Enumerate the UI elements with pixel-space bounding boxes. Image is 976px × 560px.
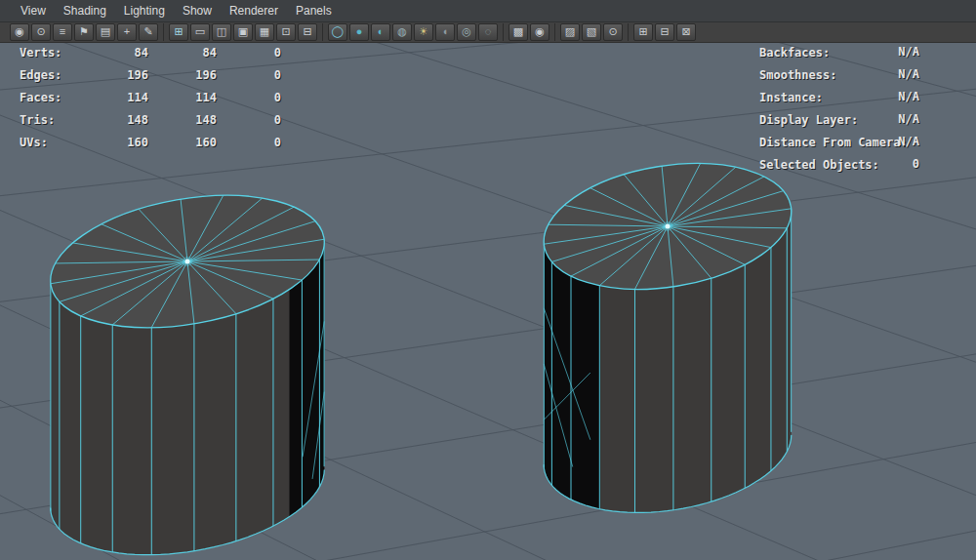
viewport-canvas[interactable] <box>0 43 976 560</box>
gate-mask-icon[interactable]: ▣ <box>233 23 253 41</box>
film-gate-icon[interactable]: ▭ <box>190 23 210 41</box>
select-camera-icon[interactable]: ◉ <box>10 23 29 41</box>
menu-lighting[interactable]: Lighting <box>115 2 174 20</box>
wireframe-icon[interactable]: ◯ <box>328 23 347 41</box>
grid-icon[interactable]: ⊞ <box>169 23 188 41</box>
ambient-occlusion-icon[interactable]: ◎ <box>457 23 476 41</box>
toolbar-group: ◯●◐◍☀◖◎◌ <box>328 23 504 41</box>
camera-attributes-icon[interactable]: ≡ <box>53 23 72 41</box>
image-plane-icon[interactable]: ▤ <box>96 23 115 41</box>
paste-special-view-icon[interactable]: ⊠ <box>676 23 696 41</box>
toolbar-group: ◉⊙≡⚑▤+✎ <box>10 23 164 41</box>
menu-panels[interactable]: Panels <box>287 2 341 20</box>
toolbar-group: ▨▧⊙ <box>560 23 629 41</box>
material-icon[interactable]: ◍ <box>392 23 412 41</box>
copy-view-icon[interactable]: ⊞ <box>633 23 653 41</box>
smooth-shade-icon[interactable]: ● <box>349 23 369 41</box>
maya-viewport-panel: View Shading Lighting Show Renderer Pane… <box>0 0 976 560</box>
toolbar-group: ▩◉ <box>508 23 555 41</box>
multisample-icon[interactable]: ▩ <box>508 23 528 41</box>
lock-camera-icon[interactable]: ⊙ <box>31 23 51 41</box>
panel-menubar: View Shading Lighting Show Renderer Pane… <box>0 0 976 22</box>
depth-of-field-icon[interactable]: ◉ <box>530 23 549 41</box>
menu-renderer[interactable]: Renderer <box>221 2 287 20</box>
use-all-lights-icon[interactable]: ☀ <box>414 23 433 41</box>
motion-blur-icon[interactable]: ◌ <box>478 23 498 41</box>
safe-action-icon[interactable]: ⊡ <box>276 23 296 41</box>
shadows-icon[interactable]: ◖ <box>435 23 455 41</box>
safe-title-icon[interactable]: ⊟ <box>298 23 317 41</box>
grease-pencil-icon[interactable]: ✎ <box>139 23 158 41</box>
toolbar-group: ⊞⊟⊠ <box>633 23 701 41</box>
resolution-gate-icon[interactable]: ◫ <box>212 23 231 41</box>
menu-view[interactable]: View <box>12 2 55 20</box>
xray-icon[interactable]: ▨ <box>560 23 580 41</box>
bookmark-icon[interactable]: ⚑ <box>74 23 94 41</box>
toolbar-group: ⊞▭◫▣▦⊡⊟ <box>169 23 323 41</box>
viewport[interactable]: Verts:84840Edges:1961960Faces:1141140Tri… <box>0 43 976 560</box>
panel-toolbar: ◉⊙≡⚑▤+✎⊞▭◫▣▦⊡⊟◯●◐◍☀◖◎◌▩◉▨▧⊙⊞⊟⊠ <box>0 22 976 43</box>
menu-shading[interactable]: Shading <box>55 2 115 20</box>
menu-show[interactable]: Show <box>174 2 221 20</box>
textured-icon[interactable]: ◐ <box>371 23 390 41</box>
field-chart-icon[interactable]: ▦ <box>255 23 274 41</box>
isolate-select-icon[interactable]: ⊙ <box>603 23 623 41</box>
xray-joints-icon[interactable]: ▧ <box>582 23 601 41</box>
pan-zoom-icon[interactable]: + <box>117 23 137 41</box>
paste-view-icon[interactable]: ⊟ <box>655 23 674 41</box>
